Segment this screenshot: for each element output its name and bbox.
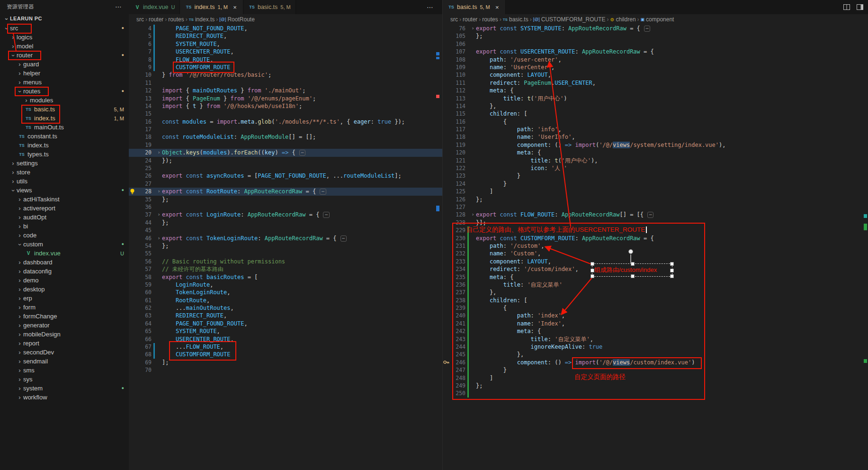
code-line-18[interactable]: 18const routeModuleList: AppRouteModule[… [129,133,442,141]
tree-folder-src[interactable]: ›src● [0,24,129,33]
tree-folder-secondDev[interactable]: ›secondDev [0,348,129,357]
tree-file-basic.ts[interactable]: TSbasic.ts5, M [0,105,129,114]
fold-chevron-icon[interactable]: › [470,211,476,218]
tree-folder-modules[interactable]: ›modules [0,96,129,105]
code-line-13[interactable]: 13import { PageEnum } from '/@/enums/pag… [129,95,442,102]
code-line-16[interactable]: 16const modules = import.meta.glob('./mo… [129,118,442,126]
tree-folder-demo[interactable]: ›demo [0,276,129,285]
code-line-28[interactable]: 28›export const RootRoute: AppRouteRecor… [129,188,442,195]
tree-folder-sendmail[interactable]: ›sendmail [0,357,129,366]
code-line-10[interactable]: 10} from '/@/router/routes/basic'; [129,71,442,79]
code-line-232[interactable]: 232 name: 'Custom', [443,250,868,257]
code-line-115[interactable]: 115 children: [ [443,110,868,118]
code-line-234[interactable]: 234 redirect: '/custom/index', [443,265,868,273]
tree-folder-system[interactable]: ›system● [0,384,129,393]
tab-index.ts[interactable]: TSindex.ts1, M× [180,0,243,14]
code-line-231[interactable]: 231 path: '/custom', [443,242,868,250]
fold-chevron-icon[interactable]: › [470,25,476,32]
tree-folder-store[interactable]: ›store [0,168,129,177]
tree-folder-mobileDesign[interactable]: ›mobileDesign [0,330,129,339]
code-editor-index-ts[interactable]: 4 PAGE_NOT_FOUND_ROUTE,5 REDIRECT_ROUTE,… [129,25,442,470]
tree-folder-helper[interactable]: ›helper [0,69,129,78]
breadcrumb-item-router[interactable]: router [149,16,163,23]
code-line-118[interactable]: 118 name: 'UserInfo', [443,133,868,141]
code-line-122[interactable]: 122 icon: '人 ' [443,164,868,172]
code-line-58[interactable]: 58export const basicRoutes = [ [129,273,442,281]
tab-index.vue[interactable]: Vindex.vueU [129,0,180,14]
breadcrumb-item-CUSTOMFORM_ROUTE[interactable]: [@]CUSTOMFORM_ROUTE [533,16,606,23]
code-line-233[interactable]: 233 component: LAYOUT, [443,258,868,265]
code-line-229[interactable]: 229 [443,226,868,234]
code-line-55[interactable]: 55 [129,250,442,257]
code-line-57[interactable]: 57// 未经许可的基本路由 [129,265,442,273]
tree-folder-desktop[interactable]: ›desktop [0,285,129,294]
tree-folder-settings[interactable]: ›settings [0,159,129,168]
tree-folder-erp[interactable]: ›erp [0,294,129,303]
code-line-65[interactable]: 65 SYSTEM_ROUTE, [129,327,442,335]
folded-code-badge[interactable]: ⋯ [323,212,329,218]
code-line-109[interactable]: 109 name: 'UserCenter', [443,63,868,71]
code-line-240[interactable]: 240 path: 'index', [443,312,868,319]
code-line-125[interactable]: 125 ] [443,188,868,195]
code-line-235[interactable]: 235 meta: { [443,273,868,281]
code-line-237[interactable]: 237 }, [443,289,868,296]
tab-basic.ts[interactable]: TSbasic.ts5, M× [443,0,506,14]
code-line-67[interactable]: 67 ...FLOW_ROUTE, [129,343,442,351]
breadcrumb-item-children[interactable]: ⚙children [610,16,636,23]
tree-folder-auditOpt[interactable]: ›auditOpt [0,213,129,222]
code-line-245[interactable]: 245 }, [443,351,868,358]
tree-file-index.ts[interactable]: TSindex.ts [0,141,129,150]
code-line-59[interactable]: 59 LoginRoute, [129,281,442,289]
fold-chevron-icon[interactable]: › [156,235,162,242]
breadcrumb-item-basic.ts[interactable]: TSbasic.ts [503,16,528,23]
folded-code-badge[interactable]: ⋯ [644,26,650,32]
tree-folder-form[interactable]: ›form [0,303,129,312]
code-line-120[interactable]: 120 meta: { [443,149,868,156]
tree-file-mainOut.ts[interactable]: TSmainOut.ts [0,123,129,132]
code-line-121[interactable]: 121 title: t('用户中心'), [443,157,868,164]
code-line-27[interactable]: 27 [129,180,442,188]
tree-folder-views[interactable]: ›views● [0,186,129,195]
code-line-107[interactable]: 107export const USERCENTER_ROUTE: AppRou… [443,48,868,55]
tree-folder-dataconfig[interactable]: ›dataconfig [0,267,129,276]
code-line-25[interactable]: 25 [129,164,442,172]
fold-chevron-icon[interactable]: › [156,211,162,218]
code-line-249[interactable]: 249}; [443,382,868,389]
fold-chevron-icon[interactable]: › [156,188,162,195]
code-line-14[interactable]: 14import { t } from '/@/hooks/web/useI18… [129,102,442,110]
explorer-root-folder[interactable]: › LEARUN PC [0,13,129,24]
breadcrumb-item-component[interactable]: ▣component [641,16,674,23]
breadcrumb-item-routes[interactable]: routes [168,16,184,23]
tree-folder-formChange[interactable]: ›formChange [0,312,129,321]
tree-folder-sms[interactable]: ›sms [0,366,129,375]
code-line-62[interactable]: 62 ...mainOutRoutes, [129,304,442,312]
code-line-7[interactable]: 7 USERCENTER_ROUTE, [129,48,442,55]
code-line-35[interactable]: 35}; [129,196,442,203]
code-line-12[interactable]: 12import { mainOutRoutes } from './mainO… [129,87,442,94]
folded-code-badge[interactable]: ⋯ [340,235,347,242]
code-line-68[interactable]: 68 CUSTOMFORM_ROUTE [129,351,442,358]
split-editor-icon[interactable] [843,3,850,13]
code-line-37[interactable]: 37›export const LoginRoute: AppRouteReco… [129,211,442,218]
code-line-128[interactable]: 128›export const FLOW_ROUTE: AppRouteRec… [443,211,868,218]
code-line-228[interactable]: 228}]; [443,219,868,226]
code-line-60[interactable]: 60 TokenLoginRoute, [129,289,442,296]
code-line-44[interactable]: 44}; [129,219,442,226]
tree-folder-menus[interactable]: ›menus [0,78,129,87]
tree-folder-activereport[interactable]: ›activereport [0,204,129,213]
code-line-110[interactable]: 110 component: LAYOUT, [443,71,868,79]
explorer-more-actions-icon[interactable]: ⋯ [115,3,122,10]
code-line-24[interactable]: 24}); [129,157,442,164]
code-line-238[interactable]: 238 children: [ [443,297,868,304]
tree-folder-router[interactable]: ›router● [0,51,129,60]
code-line-124[interactable]: 124 } [443,180,868,188]
breadcrumb-item-RootRoute[interactable]: [@]RootRoute [219,16,255,23]
code-line-19[interactable]: 19 [129,141,442,149]
code-line-244[interactable]: 244 ignoreKeepAlive: true [443,343,868,351]
code-editor-basic-ts[interactable]: 76›export const SYSTEM_ROUTE: AppRouteRe… [443,25,868,470]
code-line-70[interactable]: 70 [129,366,442,374]
code-line-112[interactable]: 112 meta: { [443,87,868,94]
code-line-4[interactable]: 4 PAGE_NOT_FOUND_ROUTE, [129,25,442,32]
breadcrumb-item-src[interactable]: src [450,16,458,23]
breadcrumb-item-src[interactable]: src [136,16,144,23]
